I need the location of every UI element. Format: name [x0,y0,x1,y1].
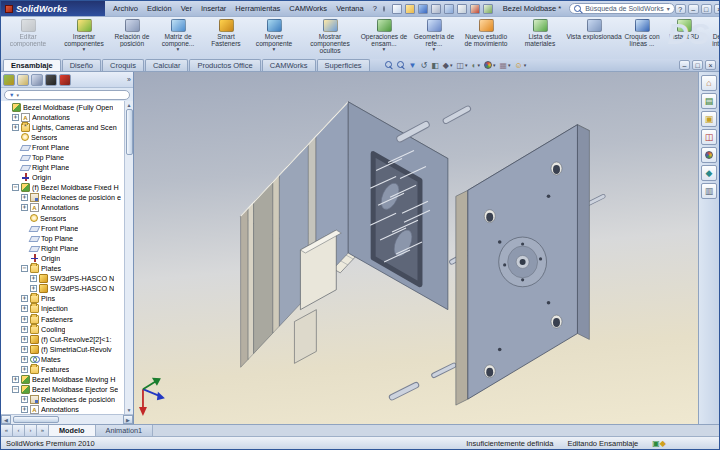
tree-item-top-plane[interactable]: Top Plane [1,233,124,243]
expand-toggle[interactable]: + [30,275,37,282]
expand-toggle[interactable]: + [30,285,37,292]
operaciones-de-ensam-button[interactable]: Operaciones de ensam...▾ [357,18,411,52]
tree-filter-input[interactable]: ▼ ▾ [4,90,130,100]
tree-item-features[interactable]: +Features [1,364,124,374]
rebuild-icon[interactable] [470,4,480,14]
menu-ventana[interactable]: Ventana [336,4,364,13]
mover-componente-button[interactable]: Mover componente▾ [249,18,299,52]
expand-toggle[interactable]: − [12,386,19,393]
tree-item-annotations[interactable]: +AAnnotations [1,405,124,414]
chevron-down-icon[interactable]: ▾ [667,5,670,12]
tree-item-relaciones-de-posici-n[interactable]: +Relaciones de posición [1,395,124,405]
tree-item-sensors[interactable]: Sensors [1,132,124,142]
undo-icon[interactable] [444,4,454,14]
expand-toggle[interactable]: + [12,114,19,121]
tree-item-origin[interactable]: Origin [1,173,124,183]
appearances-icon[interactable]: ◆ [701,165,717,181]
search-box[interactable]: Búsqueda de SolidWorks ▾ [569,3,675,14]
tab-productos-office[interactable]: Productos Office [189,59,260,71]
tab-modelo[interactable]: Modelo [49,425,96,436]
lista-de-materiales-button[interactable]: Lista de materiales [515,18,565,47]
expand-toggle[interactable]: + [21,356,28,363]
expand-toggle[interactable]: + [21,406,28,413]
help-button[interactable]: ? [675,4,686,14]
doc-minimize-button[interactable]: – [679,60,690,70]
tree-item-f-cut-revolve2-2-1[interactable]: +(f) Cut-Revolve2[2]<1: [1,334,124,344]
smart-fasteners-button[interactable]: Smart Fasteners [203,18,249,47]
quick-tips-icon[interactable]: ▣ [652,439,660,448]
select-icon[interactable] [457,4,467,14]
property-manager-icon[interactable] [17,74,29,86]
tree-item-sensors[interactable]: Sensors [1,213,124,223]
detecci-n-de-interferencias-button[interactable]: Detección de interferencias [703,18,720,47]
tree-item-mates[interactable]: +Mates [1,354,124,364]
nuevo-estudio-de-movimiento-button[interactable]: Nuevo estudio de movimiento [461,18,511,47]
croquis-con-l-neas-button[interactable]: Croquis con líneas ... [623,18,661,47]
tab-animation1[interactable]: Animation1 [96,425,154,436]
expand-toggle[interactable]: + [21,295,28,302]
tree-item-right-plane[interactable]: Right Plane [1,243,124,253]
menu-ver[interactable]: Ver [181,4,192,13]
tree-item-annotations[interactable]: +AAnnotations [1,112,124,122]
tree-item-annotations[interactable]: +AAnnotations [1,203,124,213]
vista-explosionada-button[interactable]: Vista explosionada [565,18,623,40]
design-library-icon[interactable]: ▤ [701,93,717,109]
tree-item-f-bezel-moldbase-fixed-h[interactable]: −(f) Bezel Moldbase Fixed H [1,183,124,193]
insertar-componentes-button[interactable]: Insertar componentes▾ [57,18,111,52]
file-explorer-icon[interactable]: ▣ [701,111,717,127]
menu-camworks[interactable]: CAMWorks [289,4,327,13]
tree-item-cooling[interactable]: +Cooling [1,324,124,334]
sheet-next-button[interactable]: › [25,425,37,436]
configuration-manager-icon[interactable] [31,74,43,86]
custom-properties-icon[interactable]: ▥ [701,183,717,199]
restore-button[interactable]: □ [701,4,712,14]
expand-toggle[interactable]: + [21,346,28,353]
display-style-icon[interactable]: ◫▾ [456,61,467,70]
featuremanager-tree-icon[interactable] [3,74,15,86]
minimize-button[interactable]: – [688,4,699,14]
tree-item-origin[interactable]: Origin [1,253,124,263]
scrollbar-thumb[interactable] [13,416,59,423]
panel-flyout-chevron[interactable]: » [127,76,131,83]
save-icon[interactable] [418,4,428,14]
instant-3d-button[interactable]: Instant 3D [665,18,703,40]
sheet-prev-button[interactable]: ‹ [13,425,25,436]
doc-restore-button[interactable]: □ [692,60,703,70]
tree-item-front-plane[interactable]: Front Plane [1,223,124,233]
pushpin-icon[interactable] [383,6,385,12]
tab-calcular[interactable]: Calcular [145,59,189,71]
tab-dise-o[interactable]: Diseño [62,59,101,71]
doc-close-button[interactable]: × [705,60,716,70]
tree-item-top-plane[interactable]: Top Plane [1,152,124,162]
section-view-icon[interactable]: ◧ [431,61,439,70]
expand-toggle[interactable]: + [21,326,28,333]
edit-appearance-icon[interactable]: ▾ [484,61,496,69]
tree-item-fasteners[interactable]: +Fasteners [1,314,124,324]
tab-camworks[interactable]: CAMWorks [262,59,316,71]
expand-toggle[interactable]: + [21,396,28,403]
tree-item-lights-cameras-and-scen[interactable]: +Lights, Cameras and Scen [1,122,124,132]
tree-item-bezel-moldbase-fully-open[interactable]: Bezel Moldbase (Fully Open [1,102,124,112]
expand-toggle[interactable]: + [21,366,28,373]
expand-toggle[interactable]: + [21,194,28,201]
menu-archivo[interactable]: Archivo [113,4,138,13]
graphics-viewport[interactable] [134,72,698,424]
tab-croquis[interactable]: Croquis [102,59,144,71]
filter-entities-icon[interactable]: ▼ [409,61,417,70]
apply-scene-icon[interactable]: ▦▾ [499,61,510,70]
menu-[interactable]: ? [373,4,377,13]
tag-icon[interactable]: ◆ [660,439,666,448]
scroll-right-icon[interactable]: ▶ [123,415,133,424]
search-icon[interactable]: ◫ [701,129,717,145]
expand-toggle[interactable]: + [12,376,19,383]
tree-vertical-scrollbar[interactable]: ▲ ▼ [124,101,133,414]
relaci-n-de-posici-n-button[interactable]: Relación de posición [111,18,153,47]
sheet-last-button[interactable]: » [37,425,49,436]
zoom-fit-icon[interactable] [385,61,393,69]
zoom-area-icon[interactable] [397,61,405,69]
scroll-up-icon[interactable]: ▲ [127,101,132,109]
expand-toggle[interactable]: + [21,204,28,211]
solidworks-resources-icon[interactable]: ⌂ [701,75,717,91]
view-settings-icon[interactable]: ☺▾ [515,61,527,70]
matriz-de-compone-button[interactable]: Matriz de compone...▾ [153,18,203,52]
